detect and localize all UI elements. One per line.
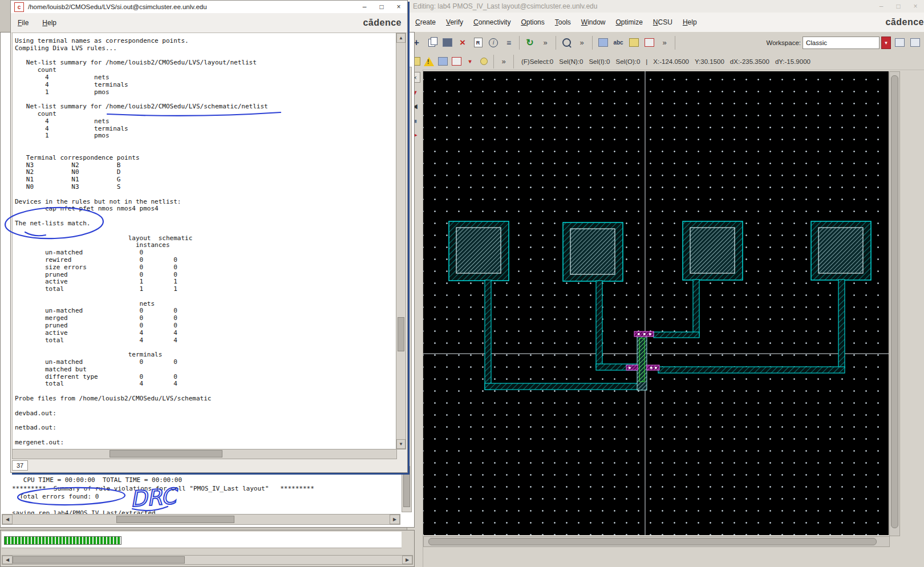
status-sel-o: Sel(O):0 <box>616 58 641 65</box>
warning-icon[interactable]: ! <box>423 56 435 67</box>
virtuoso-title: Editing: lab4 PMOS_IV_Last layout@csimcl… <box>413 2 597 10</box>
redo-icon[interactable]: ↻ <box>523 36 537 50</box>
more-icon[interactable]: » <box>575 36 589 50</box>
select-page-icon[interactable] <box>437 56 448 67</box>
stretch-icon[interactable] <box>642 36 656 50</box>
workspace-label: Workspace: <box>766 39 801 46</box>
cadence-logo: cādence <box>885 17 924 27</box>
status-y: Y:30.1500 <box>695 58 724 65</box>
close-button[interactable]: × <box>907 2 924 10</box>
status-dy: dY:-15.9000 <box>775 58 810 65</box>
menu-window[interactable]: Window <box>581 18 606 26</box>
close-button[interactable]: × <box>390 3 407 11</box>
window-cascade-icon[interactable] <box>908 36 922 50</box>
lvs-report-textarea[interactable]: Using terminal names as correspondence p… <box>12 33 397 449</box>
scroll-up-arrow[interactable]: ▲ <box>396 33 406 43</box>
pmos-transistor[interactable] <box>626 331 659 390</box>
scroll-right-arrow[interactable]: ▶ <box>390 515 400 524</box>
si-horizontal-scrollbar[interactable] <box>12 449 397 459</box>
delete-icon[interactable]: × <box>456 36 469 50</box>
menu-ncsu[interactable]: NCSU <box>653 18 672 26</box>
progress-bar <box>4 536 121 545</box>
menu-optimize[interactable]: Optimize <box>616 18 643 26</box>
picker-dropdown-icon[interactable]: ▾ <box>464 56 476 67</box>
scrollbar-thumb[interactable] <box>110 450 222 457</box>
line-number-box: 37 <box>12 460 28 471</box>
ciw-output-text: CPU TIME = 00:00:00 TOTAL TIME = 00:00:0… <box>12 476 314 518</box>
canvas-vertical-scrollbar[interactable] <box>889 71 900 536</box>
scrollbar-thumb[interactable] <box>116 516 234 523</box>
probe-pad-1[interactable] <box>449 221 509 281</box>
lvs-report-text: Using terminal names as correspondence p… <box>13 33 396 447</box>
canvas-horizontal-scrollbar[interactable] <box>423 536 890 547</box>
status-sel-i: Sel(I):0 <box>589 58 610 65</box>
probe-pad-2[interactable] <box>563 222 623 281</box>
menu-verify[interactable]: Verify <box>446 18 463 26</box>
rotate-icon[interactable]: R <box>471 36 485 50</box>
minimize-button[interactable]: – <box>356 3 373 11</box>
si-menubar: File Help cādence <box>11 13 407 33</box>
status-sel-n: Sel(N):0 <box>559 58 583 65</box>
scroll-down-arrow[interactable]: ▼ <box>396 439 406 449</box>
status-x: X:-124.0500 <box>653 58 689 65</box>
highlight-icon[interactable] <box>478 56 489 67</box>
scroll-left-arrow[interactable]: ◀ <box>2 556 13 564</box>
progress-panel <box>2 532 402 548</box>
virtuoso-toolbar-secondary: ! ▾ » (F)Select:0 Sel(N):0 Sel(I):0 Sel(… <box>407 53 924 70</box>
virtuoso-menubar: Create Verify Connectivity Options Tools… <box>407 13 924 33</box>
menu-file[interactable]: File <box>18 19 29 27</box>
status-fselect: (F)Select:0 <box>521 58 553 65</box>
virtuoso-toolbar-main: + × R i ≡ ↻ » » abc » Workspace: Classic… <box>407 32 924 54</box>
descend-icon[interactable] <box>596 36 610 50</box>
si-statusbar: 37 <box>12 460 406 471</box>
maximize-button[interactable]: □ <box>890 2 907 10</box>
menu-help[interactable]: Help <box>42 19 56 27</box>
more-icon[interactable]: » <box>538 36 552 50</box>
si-vertical-scrollbar[interactable]: ▲ ▼ <box>396 33 406 449</box>
scroll-right-arrow[interactable]: ▶ <box>402 556 412 564</box>
align-icon[interactable]: ≡ <box>502 36 516 50</box>
minimize-button[interactable]: – <box>873 2 890 10</box>
cadence-logo: cādence <box>363 18 402 28</box>
menu-tools[interactable]: Tools <box>555 18 571 26</box>
zoom-icon[interactable] <box>560 36 573 50</box>
probe-pad-3[interactable] <box>683 221 743 280</box>
workspace-select[interactable]: Classic <box>803 37 880 49</box>
label-abc-icon[interactable]: abc <box>611 36 625 50</box>
probe-pad-4[interactable] <box>811 221 871 280</box>
menu-create[interactable]: Create <box>415 18 436 26</box>
scrollbar-thumb[interactable] <box>428 538 877 545</box>
scroll-left-arrow[interactable]: ◀ <box>2 515 13 524</box>
layout-drawing <box>423 71 889 535</box>
menu-options[interactable]: Options <box>521 18 544 26</box>
si-out-window: c /home/louisb2/CMOSedu/LVS/si.out@csimc… <box>10 0 408 473</box>
brush-icon[interactable] <box>451 56 462 67</box>
scrollbar-thumb[interactable] <box>13 556 185 564</box>
progress-scrollbar[interactable]: ◀ ▶ <box>2 555 413 565</box>
window-layout-icon[interactable] <box>893 36 906 50</box>
ruler-icon[interactable] <box>627 36 641 50</box>
copy-icon[interactable] <box>425 36 439 50</box>
si-titlebar: c /home/louisb2/CMOSedu/LVS/si.out@csimc… <box>11 1 407 14</box>
virtuoso-titlebar: Editing: lab4 PMOS_IV_Last layout@csimcl… <box>407 0 924 13</box>
xterm-app-icon: c <box>14 2 24 12</box>
layout-canvas[interactable] <box>423 71 889 535</box>
scrollbar-thumb[interactable] <box>398 317 404 351</box>
si-title: /home/louisb2/CMOSedu/LVS/si.out@csimclu… <box>28 3 207 10</box>
menu-connectivity[interactable]: Connectivity <box>473 18 510 26</box>
metal-wires[interactable] <box>485 280 845 390</box>
properties-icon[interactable]: i <box>487 36 500 50</box>
virtuoso-window: Editing: lab4 PMOS_IV_Last layout@csimcl… <box>407 0 924 567</box>
capture-icon[interactable] <box>440 36 454 50</box>
status-separator: | <box>646 58 647 65</box>
status-dx: dX:-235.3500 <box>730 58 769 65</box>
progress-window: ◀ ▶ <box>0 530 415 567</box>
more-icon[interactable]: » <box>658 36 671 50</box>
maximize-button[interactable]: □ <box>373 3 390 11</box>
scrollbar-thumb[interactable] <box>891 75 898 528</box>
more-icon[interactable]: » <box>498 56 509 67</box>
workspace-dropdown-button[interactable]: ▾ <box>881 37 891 49</box>
ciw-horizontal-scrollbar[interactable]: ◀ ▶ <box>2 514 400 525</box>
menu-help[interactable]: Help <box>683 18 697 26</box>
